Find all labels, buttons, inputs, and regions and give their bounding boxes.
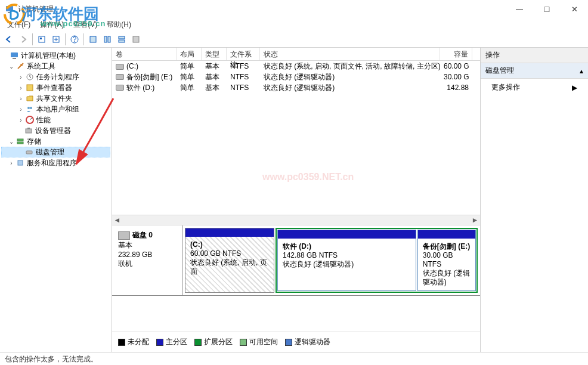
volume-row[interactable]: 备份[勿删] (E:) 简单 基本 NTFS 状态良好 (逻辑驱动器) 30.0… xyxy=(112,72,480,82)
main-area: 计算机管理(本地) ⌄ 系统工具 › 任务计划程序 › 事件查看器 › 共享文件… xyxy=(0,48,588,352)
svg-rect-12 xyxy=(133,36,139,42)
svg-text:?: ? xyxy=(73,35,77,44)
legend: 未分配 主分区 扩展分区 可用空间 逻辑驱动器 xyxy=(112,332,480,352)
performance-icon xyxy=(25,115,35,125)
svg-rect-9 xyxy=(108,36,110,42)
view-mode-2[interactable] xyxy=(101,33,114,46)
partition-c[interactable]: (C:) 60.00 GB NTFS 状态良好 (系统, 启动, 页面 xyxy=(185,228,274,293)
tree-local-users[interactable]: › 本地用户和组 xyxy=(1,104,110,115)
actions-more[interactable]: 更多操作 ▶ xyxy=(481,79,588,96)
tree-root[interactable]: 计算机管理(本地) xyxy=(1,50,110,61)
svg-rect-3 xyxy=(40,38,42,39)
col-status[interactable]: 状态 xyxy=(260,48,440,60)
svg-rect-1 xyxy=(8,12,11,13)
view-mode-3[interactable] xyxy=(115,33,128,46)
clock-icon xyxy=(25,72,35,82)
partition-d[interactable]: 软件 (D:) 142.88 GB NTFS 状态良好 (逻辑驱动器) xyxy=(277,230,416,291)
menu-bar: 文件(F) 操作(A) 查看(V) 帮助(H) xyxy=(0,18,588,31)
disk-row: 磁盘 0 基本 232.89 GB 联机 (C:) 60.00 GB NTFS … xyxy=(112,225,480,296)
svg-rect-7 xyxy=(90,36,96,42)
col-layout[interactable]: 布局 xyxy=(177,48,202,60)
toolbar: ? xyxy=(0,31,588,48)
col-fs[interactable]: 文件系统 xyxy=(227,48,260,60)
app-icon xyxy=(5,4,14,14)
col-volume[interactable]: 卷 xyxy=(112,48,177,60)
scroll-left-icon[interactable]: ◄ xyxy=(112,215,122,225)
menu-file[interactable]: 文件(F) xyxy=(4,18,34,31)
actions-header: 操作 xyxy=(481,48,588,63)
disk-label[interactable]: 磁盘 0 基本 232.89 GB 联机 xyxy=(112,225,182,295)
svg-rect-14 xyxy=(13,58,16,59)
disk-icon xyxy=(24,147,34,157)
storage-icon xyxy=(16,137,25,146)
window-controls xyxy=(506,0,588,18)
view-mode-1[interactable] xyxy=(86,33,100,46)
tree-shared-folders[interactable]: › 共享文件夹 xyxy=(1,93,110,104)
event-icon xyxy=(25,83,35,92)
device-icon xyxy=(24,126,33,135)
help-button[interactable]: ? xyxy=(68,33,81,46)
tree-task-scheduler[interactable]: › 任务计划程序 xyxy=(1,72,110,82)
svg-rect-21 xyxy=(26,129,32,133)
tree-services-apps[interactable]: › 服务和应用程序 xyxy=(1,157,110,168)
status-bar: 包含的操作太多，无法完成。 xyxy=(0,352,588,365)
maximize-button[interactable] xyxy=(533,0,561,18)
tools-icon xyxy=(16,61,25,71)
services-icon xyxy=(16,158,25,168)
forward-button[interactable] xyxy=(17,33,30,46)
tree-disk-management[interactable]: 磁盘管理 xyxy=(1,147,110,157)
back-button[interactable] xyxy=(2,33,16,46)
svg-rect-23 xyxy=(17,139,23,141)
svg-rect-11 xyxy=(119,40,125,42)
tree-device-manager[interactable]: 设备管理器 xyxy=(1,125,110,136)
center-panel: 卷 布局 类型 文件系统 状态 容量 (C:) 简单 基本 NTFS 状态良好 … xyxy=(112,48,481,352)
svg-rect-24 xyxy=(17,142,23,144)
disk-graphical-area: 磁盘 0 基本 232.89 GB 联机 (C:) 60.00 GB NTFS … xyxy=(112,225,480,352)
svg-rect-25 xyxy=(26,151,32,154)
menu-view[interactable]: 查看(V) xyxy=(70,18,101,31)
tree-performance[interactable]: › 性能 xyxy=(1,115,110,125)
col-type[interactable]: 类型 xyxy=(202,48,227,60)
partition-e[interactable]: 备份[勿删] (E:) 30.00 GB NTFS 状态良好 (逻辑驱动器) xyxy=(417,230,476,291)
svg-rect-26 xyxy=(18,160,23,165)
volume-row[interactable]: (C:) 简单 基本 NTFS 状态良好 (系统, 启动, 页面文件, 活动, … xyxy=(112,61,480,72)
svg-rect-0 xyxy=(6,6,13,11)
view-mode-4[interactable] xyxy=(129,33,143,46)
users-icon xyxy=(25,104,35,114)
menu-action[interactable]: 操作(A) xyxy=(36,18,67,31)
svg-point-19 xyxy=(30,107,32,109)
disk-icon xyxy=(118,231,130,240)
svg-rect-13 xyxy=(11,52,18,57)
svg-point-15 xyxy=(20,64,23,66)
refresh-button[interactable] xyxy=(49,33,63,46)
window-title: 计算机管理 xyxy=(18,4,54,14)
tree-panel: 计算机管理(本地) ⌄ 系统工具 › 任务计划程序 › 事件查看器 › 共享文件… xyxy=(0,48,112,352)
svg-point-18 xyxy=(27,107,30,109)
horizontal-scrollbar[interactable]: ◄ ► xyxy=(112,215,480,225)
actions-category[interactable]: 磁盘管理 ▴ xyxy=(481,63,588,79)
svg-rect-10 xyxy=(119,36,125,39)
actions-panel: 操作 磁盘管理 ▴ 更多操作 ▶ xyxy=(481,48,588,352)
title-bar: 计算机管理 xyxy=(0,0,588,18)
volume-icon xyxy=(116,85,124,91)
minimize-button[interactable] xyxy=(506,0,533,18)
svg-rect-22 xyxy=(27,128,30,129)
menu-help[interactable]: 帮助(H) xyxy=(103,18,135,31)
close-button[interactable] xyxy=(561,0,588,18)
tree-storage[interactable]: ⌄ 存储 xyxy=(1,136,110,147)
volume-grid-header: 卷 布局 类型 文件系统 状态 容量 xyxy=(112,48,480,61)
volume-icon xyxy=(116,64,124,70)
folder-icon xyxy=(25,94,35,103)
toolbar-icon-1[interactable] xyxy=(35,33,48,46)
volume-icon xyxy=(116,74,124,80)
scroll-right-icon[interactable]: ► xyxy=(470,215,480,225)
chevron-right-icon: ▶ xyxy=(572,83,577,92)
computer-icon xyxy=(10,51,19,60)
col-capacity[interactable]: 容量 xyxy=(440,48,472,60)
tree-event-viewer[interactable]: › 事件查看器 xyxy=(1,82,110,93)
svg-rect-17 xyxy=(27,85,33,91)
svg-rect-8 xyxy=(104,36,107,42)
tree-system-tools[interactable]: ⌄ 系统工具 xyxy=(1,61,110,72)
volume-row[interactable]: 软件 (D:) 简单 基本 NTFS 状态良好 (逻辑驱动器) 142.88 xyxy=(112,82,480,93)
collapse-icon: ▴ xyxy=(580,67,583,75)
